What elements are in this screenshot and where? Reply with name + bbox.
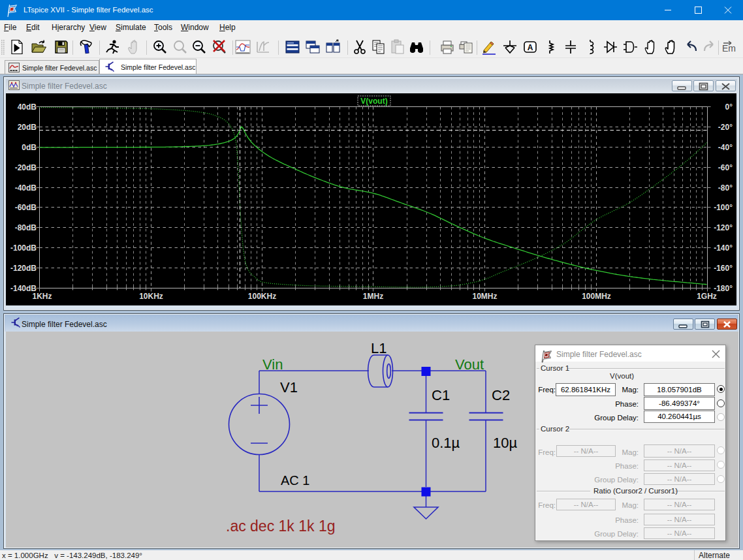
svg-text:-160°: -160°	[714, 264, 733, 273]
svg-text:40dB: 40dB	[18, 102, 37, 112]
svg-text:-120°: -120°	[714, 223, 733, 232]
svg-text:10MHz: 10MHz	[472, 292, 497, 301]
svg-text:V(vout): V(vout)	[360, 97, 387, 106]
svg-text:100MHz: 100MHz	[582, 292, 611, 301]
svg-text:-80dB: -80dB	[15, 223, 37, 232]
svg-text:1MHz: 1MHz	[363, 292, 383, 301]
svg-text:10KHz: 10KHz	[139, 292, 163, 301]
svg-text:-140°: -140°	[714, 243, 733, 253]
svg-text:Vout: Vout	[455, 356, 484, 373]
svg-text:A: A	[528, 43, 533, 52]
svg-text:1KHz: 1KHz	[32, 292, 52, 301]
svg-text:10µ: 10µ	[493, 435, 517, 451]
svg-text:0.1µ: 0.1µ	[432, 435, 460, 451]
svg-text:AC 1: AC 1	[281, 473, 309, 488]
svg-text:-20dB: -20dB	[15, 163, 37, 172]
svg-text:-20°: -20°	[718, 123, 733, 132]
svg-text:20dB: 20dB	[18, 123, 37, 132]
svg-text:C2: C2	[492, 387, 510, 403]
svg-text:-40°: -40°	[718, 143, 733, 152]
svg-text:1GHz: 1GHz	[697, 292, 717, 301]
svg-text:C1: C1	[432, 387, 450, 403]
svg-text:L1: L1	[371, 340, 387, 356]
svg-text:-60dB: -60dB	[15, 203, 37, 212]
svg-text:-120dB: -120dB	[10, 264, 37, 273]
svg-text:-40dB: -40dB	[15, 183, 37, 193]
svg-text:-80°: -80°	[718, 183, 733, 193]
svg-text:V1: V1	[280, 379, 298, 396]
svg-text:-100dB: -100dB	[10, 243, 37, 253]
svg-text:-100°: -100°	[714, 203, 733, 212]
svg-text:-60°: -60°	[718, 163, 733, 172]
svg-text:100KHz: 100KHz	[248, 292, 276, 301]
svg-text:0dB: 0dB	[22, 143, 37, 152]
svg-text:.ac dec 1k 1k 1g: .ac dec 1k 1k 1g	[226, 518, 336, 535]
svg-text:Vin: Vin	[262, 356, 283, 373]
svg-text:0°: 0°	[725, 102, 733, 112]
